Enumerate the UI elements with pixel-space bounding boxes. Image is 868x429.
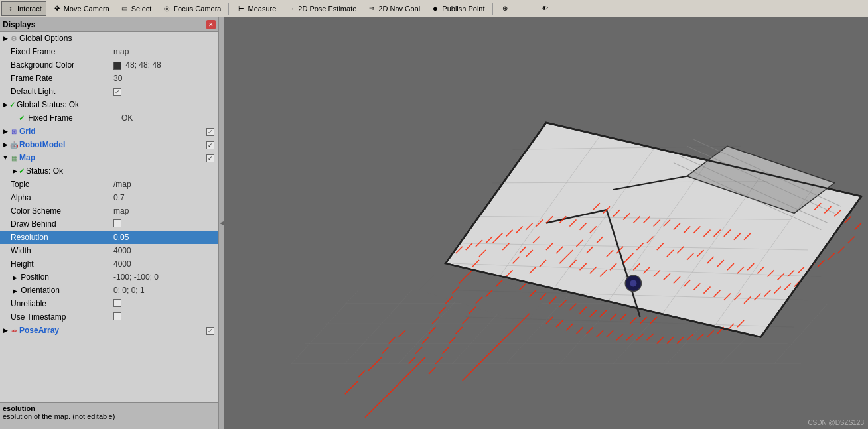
pose-estimate-icon: → [287,4,296,13]
map-status-row[interactable]: ▶ ✓ Status: Ok [0,164,218,178]
map-checkbox-val[interactable] [206,153,217,162]
background-color-value[interactable]: 48; 48; 48 [113,60,217,70]
alpha-value[interactable]: 0.7 [113,193,217,202]
default-light-checkbox[interactable] [113,88,121,96]
alpha-label: Alpha [11,193,113,202]
move-camera-icon: ✥ [52,4,62,13]
color-swatch [113,62,121,70]
height-row: Height 4000 [0,257,218,271]
position-row: ▶ Position -100; -100; 0 [0,271,218,284]
displays-header: Displays ✕ [0,17,218,32]
width-label: Width [11,246,113,255]
interact-icon: ↕ [6,4,15,13]
extra-btn-2[interactable]: — [516,1,534,16]
topic-label: Topic [11,180,113,189]
use-timestamp-label: Use Timestamp [11,312,113,322]
viewport[interactable]: CSDN @DSZS123 [224,17,868,429]
tree-panel[interactable]: ▶ ⚙ Global Options Fixed Frame map Backg… [0,32,218,402]
robot-model-row[interactable]: ▶ 🤖 RobotModel [0,138,218,151]
draw-behind-label: Draw Behind [11,219,113,229]
unreliable-label: Unreliable [11,299,113,308]
grid-row[interactable]: ▶ ⊞ Grid [0,125,218,138]
pose-array-label: PoseArray [19,326,206,335]
watermark: CSDN @DSZS123 [808,419,864,426]
expand-global-options[interactable]: ▶ [1,34,9,42]
robot-model-checkbox-val[interactable] [206,140,217,149]
robot-model-checkbox[interactable] [206,141,214,149]
nav-goal-button[interactable]: ⇒ 2D Nav Goal [362,1,425,16]
status-title: esolution [3,404,216,412]
expand-orientation[interactable]: ▶ [11,287,19,295]
draw-behind-checkbox[interactable] [113,219,121,227]
status-description: esolution of the map. (not editable) [3,412,216,420]
toolbar: ↕ Interact ✥ Move Camera ▭ Select ◎ Focu… [0,0,868,17]
draw-behind-checkbox-val[interactable] [113,219,217,229]
grid-label: Grid [19,127,206,136]
expand-map-status[interactable]: ▶ [11,167,19,175]
grid-checkbox-val[interactable] [206,127,217,136]
collapse-handle[interactable]: ◀ [219,17,224,429]
height-value[interactable]: 4000 [113,259,217,269]
expand-map[interactable]: ▼ [1,154,9,162]
map-status-check: ✓ [19,167,25,176]
color-scheme-label: Color Scheme [11,206,113,215]
grid-checkbox[interactable] [206,128,214,136]
map-status-label: Status: Ok [26,166,217,176]
left-panel: Displays ✕ ▶ ⚙ Global Options Fixed Fram… [0,17,219,429]
interact-button[interactable]: ↕ Interact [1,1,46,16]
position-value[interactable]: -100; -100; 0 [113,273,217,282]
toolbar-separator-1 [228,3,229,15]
default-light-row: Default Light [0,85,218,98]
width-row: Width 4000 [0,244,218,257]
resolution-row[interactable]: Resolution 0.05 [0,231,218,244]
color-scheme-value[interactable]: map [113,206,217,215]
pose-array-checkbox[interactable] [206,327,214,335]
expand-pose-array[interactable]: ▶ [1,326,9,334]
use-timestamp-checkbox[interactable] [113,312,121,320]
extra-icon-3: 👁 [540,4,549,13]
default-light-value[interactable] [113,87,217,96]
select-button[interactable]: ▭ Select [115,1,157,16]
gear-icon: ⚙ [9,34,19,43]
fixed-frame-value[interactable]: map [113,47,217,56]
expand-grid[interactable]: ▶ [1,127,9,135]
measure-button[interactable]: ⊢ Measure [232,1,281,16]
move-camera-button[interactable]: ✥ Move Camera [48,1,114,16]
extra-btn-3[interactable]: 👁 [536,1,554,16]
extra-btn-1[interactable]: ⊕ [496,1,514,16]
orientation-value[interactable]: 0; 0; 0; 1 [113,286,217,295]
map-row[interactable]: ▼ ▦ Map [0,151,218,164]
map-icon: ▦ [9,153,19,162]
fixed-frame-ok-row: ✓ Fixed Frame OK [0,111,218,125]
toolbar-separator-2 [492,3,493,15]
topic-value[interactable]: /map [113,180,217,189]
pose-array-row[interactable]: ▶ ⇏ PoseArray [0,324,218,337]
frame-rate-value[interactable]: 30 [113,74,217,83]
frame-rate-label: Frame Rate [11,74,113,83]
resolution-label: Resolution [11,233,113,242]
select-icon: ▭ [120,4,129,13]
expand-robot-model[interactable]: ▶ [1,141,9,149]
close-button[interactable]: ✕ [206,20,216,29]
alpha-row: Alpha 0.7 [0,191,218,204]
frame-rate-row: Frame Rate 30 [0,72,218,85]
unreliable-checkbox-val[interactable] [113,299,217,309]
global-status-row[interactable]: ▶ ✓ Global Status: Ok [0,98,218,111]
publish-point-button[interactable]: ◆ Publish Point [426,1,489,16]
use-timestamp-checkbox-val[interactable] [113,312,217,322]
resolution-value[interactable]: 0.05 [113,233,217,242]
pose-estimate-button[interactable]: → 2D Pose Estimate [282,1,361,16]
focus-camera-button[interactable]: ◎ Focus Camera [157,1,226,16]
global-options-row[interactable]: ▶ ⚙ Global Options [0,32,218,45]
unreliable-row: Unreliable [0,297,218,310]
color-scheme-row: Color Scheme map [0,204,218,217]
map-checkbox[interactable] [206,154,214,162]
orientation-row: ▶ Orientation 0; 0; 0; 1 [0,284,218,297]
pose-array-icon: ⇏ [9,326,19,335]
width-value[interactable]: 4000 [113,246,217,255]
unreliable-checkbox[interactable] [113,299,121,307]
expand-position[interactable]: ▶ [11,274,19,282]
expand-global-status[interactable]: ▶ [1,101,9,109]
fixed-frame-sub-label: ✓ Fixed Frame [19,113,121,123]
pose-array-checkbox-val[interactable] [206,326,217,335]
